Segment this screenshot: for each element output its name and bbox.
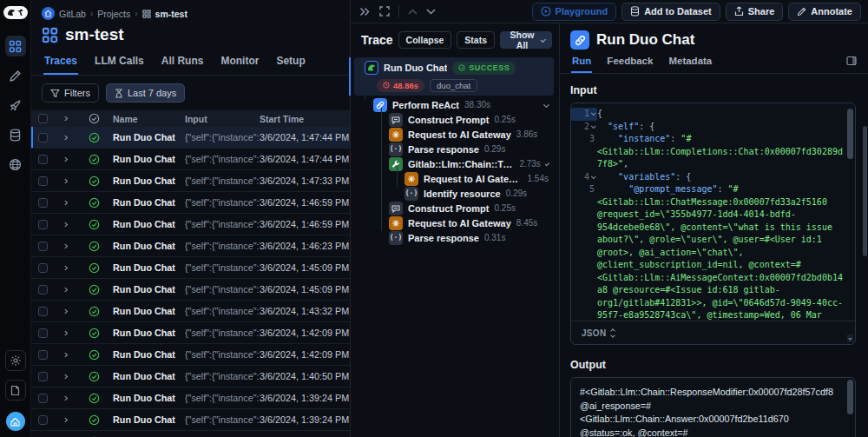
select-all-checkbox[interactable]: [38, 114, 48, 123]
expand-fullscreen-icon[interactable]: [379, 6, 390, 17]
prev-run-icon[interactable]: [408, 9, 418, 15]
row-expand-icon[interactable]: [61, 309, 67, 314]
row-input: {"self":{"instance":"#...: [185, 132, 260, 142]
add-to-dataset-button[interactable]: Add to Dataset: [621, 3, 720, 21]
docs-button[interactable]: [5, 380, 26, 401]
column-header-start-time[interactable]: Start Time: [260, 114, 350, 124]
playground-button[interactable]: Playground: [532, 3, 617, 21]
row-expand-icon[interactable]: [61, 179, 67, 183]
settings-button[interactable]: [5, 350, 26, 371]
trace-tree-item[interactable]: (·)Parse response0.31s: [351, 230, 556, 245]
format-selector[interactable]: JSON: [571, 321, 855, 344]
row-checkbox[interactable]: [38, 242, 48, 251]
column-header-input[interactable]: Input: [185, 114, 260, 124]
tab-traces[interactable]: Traces: [43, 50, 78, 75]
sidebar-item-projects[interactable]: [5, 36, 26, 56]
row-expand-icon[interactable]: [61, 157, 67, 162]
date-range-button[interactable]: Last 7 days: [106, 83, 185, 103]
chevron-down-icon[interactable]: [545, 162, 550, 167]
table-row[interactable]: Run Duo Chat {"self":{"instance":"#... 3…: [31, 387, 350, 409]
output-scrollbar[interactable]: [847, 380, 853, 437]
row-expand-icon[interactable]: [61, 331, 67, 335]
table-row[interactable]: Run Duo Chat {"self":{"instance":"#... 3…: [31, 214, 350, 235]
tag-badge[interactable]: duo_chat: [430, 79, 477, 92]
row-expand-icon[interactable]: [61, 244, 67, 248]
table-row[interactable]: Run Duo Chat {"self":{"instance":"#... 3…: [31, 344, 350, 366]
table-row[interactable]: Run Duo Chat {"self":{"instance":"#... 3…: [31, 279, 350, 301]
row-expand-icon[interactable]: [61, 374, 67, 379]
table-row[interactable]: Run Duo Chat {"self":{"instance":"#... 3…: [31, 257, 350, 279]
table-row[interactable]: Run Duo Chat {"self":{"instance":"#... 3…: [31, 149, 350, 170]
row-expand-icon[interactable]: [61, 266, 67, 270]
input-code-lines[interactable]: 1{2 "self": {3 "instance": "#<Gitlab::Ll…: [571, 103, 855, 321]
table-row[interactable]: Run Duo Chat {"self":{"instance":"#... 3…: [31, 127, 350, 149]
row-checkbox[interactable]: [38, 263, 48, 273]
table-row[interactable]: Run Duo Chat {"self":{"instance":"#... 3…: [31, 170, 350, 192]
row-checkbox[interactable]: [38, 285, 48, 295]
tab-all-runs[interactable]: All Runs: [161, 50, 205, 75]
table-row[interactable]: Run Duo Chat {"self":{"instance":"#... 3…: [31, 322, 350, 344]
table-row[interactable]: Run Duo Chat {"self":{"instance":"#... 3…: [31, 192, 350, 214]
annotate-button[interactable]: Annotate: [788, 3, 861, 21]
row-checkbox[interactable]: [38, 220, 48, 229]
sidebar-item-annotations[interactable]: [5, 65, 26, 86]
detail-panel-scrollbar[interactable]: [863, 126, 867, 256]
tab-monitor[interactable]: Monitor: [220, 50, 260, 75]
detail-tab-run[interactable]: Run: [571, 51, 592, 73]
row-expand-icon[interactable]: [61, 222, 67, 227]
row-checkbox[interactable]: [38, 372, 48, 381]
langsmith-logo[interactable]: [3, 6, 28, 19]
collapse-button[interactable]: Collapse: [398, 31, 452, 49]
row-expand-icon[interactable]: [61, 353, 67, 357]
column-header-name[interactable]: Name: [113, 114, 185, 124]
row-input: {"self":{"instance":"#...: [185, 414, 260, 425]
stats-button[interactable]: Stats: [457, 31, 495, 49]
organization-avatar[interactable]: [6, 412, 25, 431]
detail-tab-feedback[interactable]: Feedback: [606, 51, 654, 73]
parrot-icon: [7, 9, 16, 17]
breadcrumb-item-current[interactable]: sm-test: [155, 9, 187, 19]
collapse-panel-icon[interactable]: [359, 7, 371, 17]
code-scrollbar[interactable]: [847, 109, 853, 342]
tab-setup[interactable]: Setup: [275, 50, 306, 75]
breadcrumb-item[interactable]: GitLab: [59, 9, 86, 19]
detail-topbar: Playground Add to Dataset Share Annotate: [351, 0, 868, 23]
filters-button[interactable]: Filters: [42, 83, 99, 103]
chevron-down-icon[interactable]: [543, 102, 549, 108]
row-checkbox[interactable]: [38, 176, 48, 186]
home-icon[interactable]: [42, 7, 55, 20]
row-expand-icon[interactable]: [61, 288, 67, 292]
selected-tree-item[interactable]: Run Duo ChatSUCCESS48.86sduo_chat: [354, 57, 554, 96]
side-panel-toggle-icon[interactable]: [846, 56, 857, 70]
detail-tab-metadata[interactable]: Metadata: [667, 51, 713, 73]
row-expand-icon[interactable]: [61, 396, 67, 401]
show-all-dropdown[interactable]: Show All: [500, 31, 552, 49]
row-checkbox[interactable]: [38, 415, 48, 425]
row-checkbox[interactable]: [38, 307, 48, 316]
row-checkbox[interactable]: [38, 133, 48, 142]
table-row[interactable]: Run Duo Chat {"self":{"instance":"#... 3…: [31, 431, 350, 437]
row-expand-icon[interactable]: [61, 201, 67, 205]
sidebar-item-hub[interactable]: [5, 154, 26, 175]
sidebar-item-datasets[interactable]: [5, 124, 26, 145]
row-checkbox[interactable]: [38, 328, 48, 338]
row-checkbox[interactable]: [38, 198, 48, 208]
breadcrumb-item[interactable]: Projects: [97, 9, 130, 19]
expand-all-icon[interactable]: [61, 116, 67, 121]
row-name: Run Duo Chat: [113, 284, 185, 295]
table-row[interactable]: Run Duo Chat {"self":{"instance":"#... 3…: [31, 301, 350, 322]
table-row[interactable]: Run Duo Chat {"self":{"instance":"#... 3…: [31, 235, 350, 257]
row-expand-icon[interactable]: [61, 136, 67, 140]
tab-llm-calls[interactable]: LLM Calls: [94, 50, 145, 75]
share-button[interactable]: Share: [726, 3, 784, 21]
row-checkbox[interactable]: [38, 350, 48, 360]
project-tabs: TracesLLM CallsAll RunsMonitorSetup: [31, 50, 350, 76]
row-checkbox[interactable]: [38, 155, 48, 164]
table-row[interactable]: Run Duo Chat {"self":{"instance":"#... 3…: [31, 409, 350, 431]
row-expand-icon[interactable]: [61, 418, 67, 422]
next-run-icon[interactable]: [426, 9, 436, 15]
row-checkbox[interactable]: [38, 394, 48, 403]
table-row[interactable]: Run Duo Chat {"self":{"instance":"#... 3…: [31, 366, 350, 387]
trace-tree-item[interactable]: Run Duo ChatSUCCESS: [358, 59, 550, 76]
sidebar-item-deployments[interactable]: [5, 95, 26, 116]
